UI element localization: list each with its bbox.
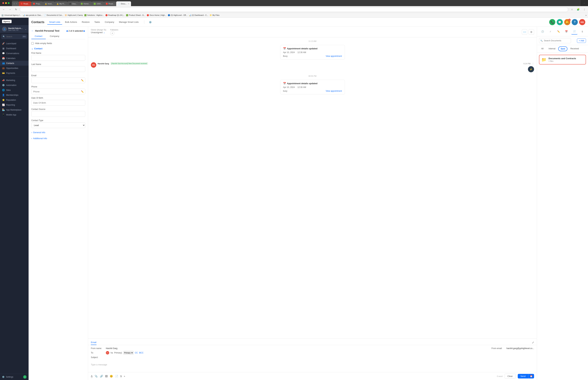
- bookmark-10[interactable]: 📊 (2) Dashboard - C...: [189, 14, 208, 16]
- source-input-field[interactable]: Harshit from GoHighLevel: [33, 113, 83, 115]
- dollar-icon[interactable]: $: [579, 28, 586, 35]
- view-appointment-btn-1[interactable]: View appointment: [326, 55, 342, 57]
- sidebar-item-contacts[interactable]: 👥 Contacts: [0, 61, 29, 66]
- tab-tasks[interactable]: Tasks: [92, 20, 102, 25]
- doc-tab-sent[interactable]: Sent: [558, 46, 568, 51]
- bookmark-btn[interactable]: ☆: [570, 7, 574, 12]
- sidebar-item-dashboard[interactable]: ▦ Dashboard: [0, 46, 29, 51]
- phone-input[interactable]: ✏️: [31, 89, 85, 95]
- bookmark-7[interactable]: 🟩 Product Sheet - G...: [126, 14, 145, 16]
- message-input-area[interactable]: Type a message: [88, 362, 537, 372]
- first-name-input[interactable]: Harshit Personal: [31, 55, 85, 61]
- view-appointment-btn-2[interactable]: View appointment: [326, 90, 342, 92]
- sidebar-item-automation[interactable]: ⚙️ Automation: [0, 83, 29, 88]
- compose-tab-email[interactable]: Email: [91, 340, 96, 345]
- sidebar-item-mobile-app[interactable]: 📱 Mobile App: [0, 112, 29, 117]
- last-name-input-field[interactable]: Test: [33, 68, 83, 70]
- browser-tab-5[interactable]: 🔒 My Fi...: [55, 1, 67, 6]
- doc-search-input[interactable]: [539, 38, 571, 43]
- reload-btn[interactable]: ↻: [14, 7, 18, 12]
- bookmark-2[interactable]: 📊 app.pendo.io: Das...: [23, 14, 42, 16]
- email-action-btn[interactable]: ✉️: [522, 29, 527, 35]
- forward-btn[interactable]: →: [7, 7, 12, 12]
- settings-gear-btn[interactable]: ⚙️: [148, 19, 153, 25]
- sidebar-item-calendars[interactable]: 📅 Calendars: [0, 56, 29, 61]
- task-icon[interactable]: ✓: [548, 28, 554, 35]
- link-icon[interactable]: 🔗: [100, 375, 103, 378]
- new-tab-btn[interactable]: +: [582, 1, 587, 5]
- text-format-icon[interactable]: A̲: [91, 375, 93, 378]
- help-btn[interactable]: ?: [572, 19, 578, 25]
- dob-input[interactable]: [31, 100, 85, 106]
- payment-icon[interactable]: $: [120, 375, 122, 378]
- bookmark-3[interactable]: 📄 Documents & Con...: [44, 14, 63, 16]
- email-input[interactable]: har ✏️: [31, 77, 85, 83]
- phone-edit-icon[interactable]: ✏️: [81, 90, 84, 93]
- edit-icon[interactable]: ✏️: [555, 28, 562, 35]
- hide-empty-checkbox[interactable]: [31, 42, 34, 45]
- browser-tab-8[interactable]: 🟩 1550...: [92, 1, 104, 6]
- history-icon[interactable]: 🕐: [539, 28, 546, 35]
- tab-bulk-actions[interactable]: Bulk Actions: [63, 20, 79, 25]
- sidebar-item-conversations[interactable]: 💬 Conversations: [0, 51, 29, 56]
- browser-tab-3[interactable]: 🔴 Prop...: [31, 1, 43, 6]
- type-select[interactable]: Lead: [31, 122, 85, 128]
- sidebar-item-app-marketplace[interactable]: 🏪 App Marketplace: [0, 107, 29, 112]
- prev-arrow[interactable]: ◀: [66, 30, 68, 32]
- more-icon[interactable]: +: [124, 375, 125, 378]
- owner-dropdown-icon[interactable]: ⌄: [103, 31, 105, 34]
- expand-compose-btn[interactable]: ⤢: [532, 340, 534, 345]
- next-arrow[interactable]: ▶: [84, 30, 85, 32]
- to-type-select[interactable]: Primary: [123, 351, 133, 355]
- address-bar[interactable]: app.gohighlevel.com/v2/location/VT3XEugH…: [20, 7, 568, 12]
- browser-tab-4[interactable]: 🔒 Invoi...: [43, 1, 55, 6]
- bookmark-6[interactable]: 🔴 Roadmap Q1-24 |...: [105, 14, 125, 16]
- bookmarks-more[interactable]: »: [586, 14, 587, 17]
- add-doc-btn[interactable]: + Add: [577, 38, 586, 43]
- sidebar-item-reporting[interactable]: 📈 Reporting: [0, 102, 29, 107]
- message-options-btn[interactable]: ⋮: [532, 62, 534, 65]
- settings-btn[interactable]: ⋮: [582, 7, 587, 12]
- browser-tab-1[interactable]: U×: [12, 1, 19, 6]
- settings-item[interactable]: ⚙️ Settings ‹: [0, 374, 29, 380]
- phone-input-field[interactable]: [33, 90, 83, 93]
- doc-tab-received[interactable]: Received: [568, 46, 581, 51]
- subject-input[interactable]: [106, 356, 534, 359]
- source-input[interactable]: Harshit from GoHighLevel: [31, 111, 85, 117]
- back-arrow[interactable]: ←: [31, 29, 34, 32]
- chat-action-btn[interactable]: 💬: [557, 19, 563, 25]
- clear-btn[interactable]: Clear: [505, 374, 516, 379]
- owner-value[interactable]: Unassigned ⌄: [91, 31, 106, 34]
- sidebar-item-sites[interactable]: 🌐 Sites: [0, 88, 29, 93]
- contact-section-header[interactable]: ⌄ Contact: [31, 47, 85, 50]
- sidebar-item-marketing[interactable]: 📣 Marketing: [0, 78, 29, 83]
- phone-action-btn[interactable]: 📞: [549, 19, 555, 25]
- browser-tab-10[interactable]: 📄 Docu... ×: [116, 1, 131, 6]
- send-dropdown-btn[interactable]: ⏰: [528, 374, 534, 379]
- attach-icon[interactable]: 📎: [95, 375, 98, 378]
- sidebar-item-opportunities[interactable]: 💼 Opportunities: [0, 66, 29, 71]
- document-icon[interactable]: 📄: [571, 28, 577, 35]
- bookmark-5[interactable]: 🟩 Solutions : HighLe...: [84, 14, 104, 16]
- tab-restore[interactable]: Restore: [80, 20, 92, 25]
- doc-tab-all[interactable]: All: [539, 46, 546, 51]
- email-edit-icon[interactable]: ✏️: [81, 79, 84, 82]
- general-info-header[interactable]: › General Info: [31, 131, 85, 134]
- tab-company[interactable]: Company: [46, 34, 63, 39]
- account-selector[interactable]: 👤 Harshit Sub-Account New York, NY ⌄: [0, 25, 29, 33]
- last-name-input[interactable]: Test: [31, 66, 85, 72]
- tab-manage-smart-lists[interactable]: Manage Smart Lists: [117, 20, 141, 25]
- bookmark-8[interactable]: 🔴 Docs Home | High...: [147, 14, 166, 16]
- collapse-btn[interactable]: ‹: [23, 375, 27, 379]
- document-icon[interactable]: 📄: [115, 375, 118, 378]
- browser-tab-2[interactable]: 🔴 Road...: [19, 1, 31, 6]
- browser-tab-6[interactable]: ⚫ Clou...: [67, 1, 79, 6]
- user-avatar-btn[interactable]: HG: [579, 19, 585, 25]
- notifications-btn[interactable]: 🔔 8: [564, 19, 570, 25]
- bookmark-4[interactable]: 🔆 HighLevel | Canny: [65, 14, 83, 16]
- email-input-field[interactable]: har: [33, 79, 83, 82]
- extensions-btn[interactable]: 🧩: [576, 7, 581, 12]
- calendar-icon[interactable]: 📅: [563, 28, 569, 35]
- sidebar-item-memberships[interactable]: 👤 Memberships: [0, 93, 29, 97]
- doc-folder-item[interactable]: 📁 Documents and Contracts 1 files: [539, 55, 586, 64]
